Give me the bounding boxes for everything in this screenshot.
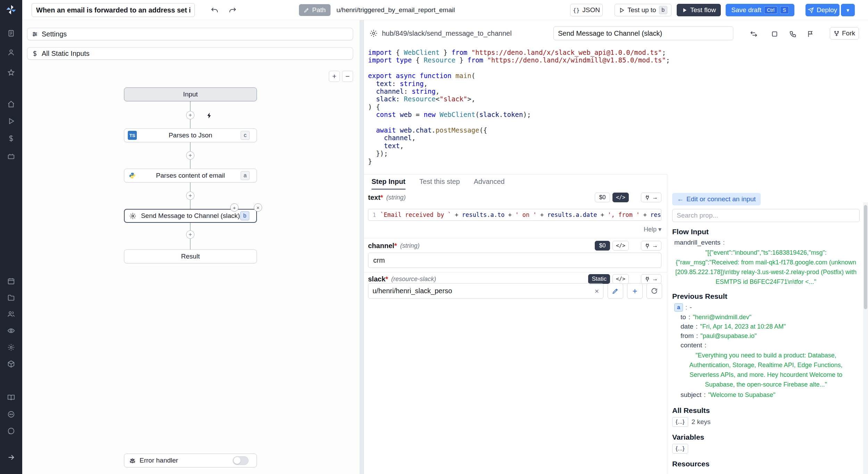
channel-input[interactable] (368, 253, 661, 268)
help-link[interactable]: Help▾ (368, 226, 661, 233)
delete-step-button[interactable]: × (254, 203, 262, 212)
kbd-s: S (780, 6, 789, 14)
scrollbar-thumb[interactable] (864, 205, 867, 309)
runs-icon[interactable] (6, 116, 16, 126)
connect-input-button[interactable]: → (641, 193, 661, 202)
zoom-out-button[interactable]: − (342, 71, 353, 82)
variables-icon[interactable] (6, 134, 16, 143)
refresh-resource-button[interactable] (646, 283, 662, 299)
groups-icon[interactable] (6, 309, 16, 319)
step-summary-input[interactable] (553, 26, 733, 40)
dollar-zero-chip[interactable]: $0 (595, 241, 610, 251)
docs-icon[interactable] (6, 393, 16, 403)
windmill-flow-editor: Path {} JSON Test up to b Test flow Save… (0, 0, 868, 474)
insert-step-button[interactable]: + (186, 111, 194, 119)
audit-logs-icon[interactable] (6, 326, 16, 336)
clear-resource-icon[interactable]: × (595, 287, 599, 295)
swap-arrows-icon[interactable] (750, 29, 759, 39)
expand-icon[interactable] (771, 29, 780, 39)
divider (364, 238, 667, 238)
error-handler-node[interactable]: Error handler (124, 454, 257, 467)
flag-icon[interactable] (807, 29, 816, 39)
code-line: channel: string, (368, 87, 861, 95)
resources-icon[interactable] (6, 151, 16, 161)
panel-splitter[interactable] (360, 20, 364, 474)
test-flow-button[interactable]: Test flow (677, 4, 721, 16)
add-resource-button[interactable]: + (627, 283, 643, 299)
redo-button[interactable] (226, 4, 239, 16)
deploy-button[interactable]: Deploy (806, 4, 840, 16)
home-icon[interactable] (6, 99, 16, 109)
previous-result-title: Previous Result (672, 292, 860, 301)
tab-step-input[interactable]: Step Input (372, 175, 406, 189)
flow-node-parses-content-of-email[interactable]: Parses content of email a (124, 169, 257, 183)
variables-object-chip[interactable]: {...} (672, 444, 688, 454)
slack-resource-picker[interactable]: u/henri/henri_slack_perso × (368, 283, 603, 299)
flow-node-result[interactable]: Result (124, 249, 257, 263)
tab-advanced[interactable]: Advanced (474, 175, 504, 189)
insert-step-button[interactable]: + (186, 230, 194, 239)
all-results-object-chip[interactable]: {...} (672, 417, 688, 427)
expression-mode-chip[interactable]: </> (612, 241, 629, 251)
prop-row-from[interactable]: from:"paul@supabase.io" (681, 332, 860, 340)
clipboard-icon[interactable] (6, 28, 16, 38)
zoom-in-button[interactable]: + (329, 71, 340, 82)
step-id-badge: b (240, 211, 249, 220)
static-mode-chip[interactable]: Static (588, 274, 610, 284)
search-prop-input[interactable] (672, 209, 860, 222)
flow-node-parses-to-json[interactable]: TS Parses to Json c (124, 128, 257, 142)
insert-step-button[interactable]: + (186, 192, 194, 200)
arrow-left-icon: ← (677, 195, 684, 203)
prop-value-content[interactable]: "Everything you need to build a product:… (672, 350, 860, 389)
flow-node-input[interactable]: Input (124, 87, 257, 101)
expression-mode-chip[interactable]: </> (612, 193, 629, 202)
code-editor[interactable]: import { WebClient } from "https://deno.… (368, 49, 861, 171)
github-icon[interactable] (6, 426, 16, 436)
flow-canvas[interactable]: Settings All Static Inputs + − Input + T… (22, 20, 360, 474)
prop-key-content[interactable]: content: (681, 341, 860, 349)
prop-row-to[interactable]: to:"henri@windmill.dev" (681, 313, 860, 321)
all-static-inputs-button[interactable]: All Static Inputs (27, 47, 353, 60)
settings-icon[interactable] (6, 342, 16, 352)
user-icon[interactable] (6, 48, 16, 57)
prop-key-a[interactable]: a : - (674, 303, 860, 312)
bolt-icon[interactable] (206, 111, 215, 120)
insert-step-button[interactable]: + (186, 151, 194, 160)
phone-icon[interactable] (789, 29, 798, 39)
prop-row-subject[interactable]: subject:"Welcome to Supabase" (681, 391, 860, 399)
path-input[interactable] (336, 4, 486, 16)
prop-key-mandrill-events[interactable]: mandrill_events: (674, 239, 860, 246)
expand-sidebar-icon[interactable] (6, 452, 16, 462)
windmill-logo[interactable] (5, 3, 17, 16)
expression-mode-chip[interactable]: </> (612, 274, 629, 284)
undo-button[interactable] (208, 4, 221, 16)
save-draft-button[interactable]: Save draft Ctrl S (726, 4, 794, 16)
schedules-icon[interactable] (6, 276, 16, 286)
flow-title-input[interactable] (32, 3, 195, 17)
move-step-button[interactable]: + (230, 203, 239, 212)
workers-icon[interactable] (6, 359, 16, 369)
fork-button[interactable]: Fork (830, 27, 859, 40)
path-chip[interactable]: Path (299, 4, 331, 16)
folders-icon[interactable] (6, 293, 16, 303)
prop-value-mandrill-events[interactable]: "[{"event":"inbound","ts":1683819426,"ms… (672, 248, 860, 287)
dollar-zero-chip[interactable]: $0 (595, 193, 610, 202)
star-icon[interactable] (6, 68, 16, 77)
connect-input-button[interactable]: → (641, 274, 661, 284)
text-expression-editor[interactable]: 1 `Email received by ` + results.a.to + … (368, 209, 661, 221)
flow-settings-button[interactable]: Settings (27, 28, 353, 40)
edit-or-connect-button[interactable]: ← Edit or connect an input (672, 193, 761, 205)
props-scrollbar[interactable] (863, 202, 868, 474)
deploy-dropdown-button[interactable]: ▾ (841, 4, 855, 16)
sidebar (0, 0, 22, 474)
error-handler-toggle[interactable] (233, 456, 249, 465)
code-line (368, 119, 861, 126)
flow-node-send-message-to-channel[interactable]: Send Message to Channel (slack) b (124, 209, 257, 223)
connect-input-button[interactable]: → (641, 241, 661, 251)
prop-row-date[interactable]: date:"Fri, Apr 14, 2023 at 10:28 AM" (681, 323, 860, 330)
edit-resource-button[interactable] (608, 283, 623, 299)
discord-icon[interactable] (6, 409, 16, 419)
test-up-to-button[interactable]: Test up to b (615, 4, 671, 16)
tab-test-this-step[interactable]: Test this step (419, 175, 460, 189)
json-button[interactable]: {} JSON (570, 4, 603, 16)
